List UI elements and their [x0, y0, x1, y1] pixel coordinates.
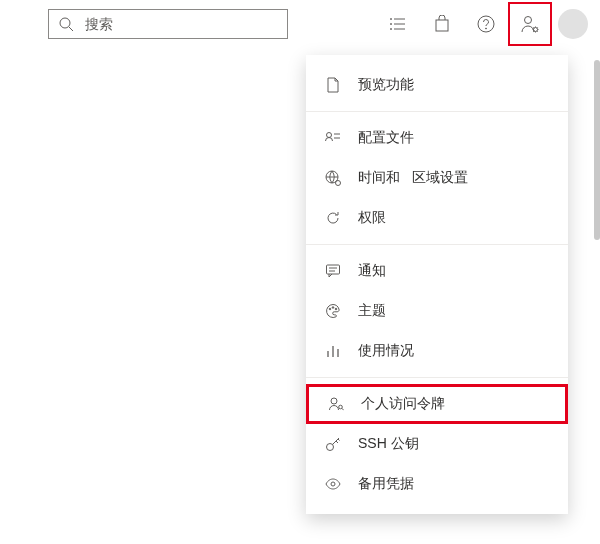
- svg-point-30: [331, 482, 335, 486]
- scrollbar[interactable]: [594, 60, 600, 240]
- menu-label: 个人访问令牌: [361, 395, 445, 413]
- palette-icon: [324, 302, 342, 320]
- shopping-bag-icon: [433, 15, 451, 33]
- menu-item-theme[interactable]: 主题: [306, 291, 568, 331]
- help-icon: [477, 15, 495, 33]
- menu-item-notifications[interactable]: 通知: [306, 251, 568, 291]
- menu-label: 主题: [358, 302, 386, 320]
- user-settings-button[interactable]: [508, 2, 552, 46]
- menu-separator: [306, 111, 568, 112]
- menu-item-time-locale[interactable]: 时间和 区域设置: [306, 158, 568, 198]
- svg-rect-18: [327, 265, 340, 274]
- menu-separator: [306, 377, 568, 378]
- svg-point-6: [391, 24, 392, 25]
- menu-item-usage[interactable]: 使用情况: [306, 331, 568, 371]
- menu-item-ssh-keys[interactable]: SSH 公钥: [306, 424, 568, 464]
- key-icon: [324, 435, 342, 453]
- svg-point-11: [525, 17, 532, 24]
- profile-card-icon: [324, 129, 342, 147]
- list-icon: [389, 15, 407, 33]
- svg-point-23: [335, 308, 337, 310]
- menu-item-alternate-credentials[interactable]: 备用凭据: [306, 464, 568, 504]
- search-input[interactable]: [83, 15, 279, 33]
- svg-point-10: [486, 28, 487, 29]
- bar-chart-icon: [324, 342, 342, 360]
- document-icon: [324, 76, 342, 94]
- svg-rect-8: [436, 20, 448, 31]
- top-bar: [0, 0, 600, 48]
- svg-point-0: [60, 18, 70, 28]
- globe-icon: [324, 169, 342, 187]
- refresh-icon: [324, 209, 342, 227]
- svg-line-1: [69, 27, 73, 31]
- help-icon-button[interactable]: [464, 2, 508, 46]
- marketplace-icon-button[interactable]: [420, 2, 464, 46]
- svg-point-29: [327, 444, 334, 451]
- user-gear-icon: [520, 14, 540, 34]
- menu-label: 备用凭据: [358, 475, 414, 493]
- menu-separator: [306, 244, 568, 245]
- svg-point-13: [327, 133, 332, 138]
- eye-icon: [324, 475, 342, 493]
- chat-icon: [324, 262, 342, 280]
- menu-label: 预览功能: [358, 76, 414, 94]
- menu-label: 配置文件: [358, 129, 414, 147]
- menu-item-personal-access-tokens[interactable]: 个人访问令牌: [306, 384, 568, 424]
- menu-label: 权限: [358, 209, 386, 227]
- menu-item-profile[interactable]: 配置文件: [306, 118, 568, 158]
- svg-point-5: [391, 19, 392, 20]
- menu-label: 使用情况: [358, 342, 414, 360]
- svg-point-17: [336, 181, 341, 186]
- menu-item-preview-features[interactable]: 预览功能: [306, 65, 568, 105]
- menu-label: 通知: [358, 262, 386, 280]
- user-settings-menu: 预览功能 配置文件 时间和 区域设置 权限: [306, 55, 568, 514]
- menu-item-permissions[interactable]: 权限: [306, 198, 568, 238]
- user-key-icon: [327, 395, 345, 413]
- menu-label: 时间和 区域设置: [358, 169, 468, 187]
- avatar[interactable]: [558, 9, 588, 39]
- top-icons: [376, 2, 592, 46]
- menu-label: SSH 公钥: [358, 435, 419, 453]
- svg-point-22: [332, 307, 334, 309]
- search-box[interactable]: [48, 9, 288, 39]
- search-icon: [57, 15, 75, 33]
- svg-point-27: [331, 398, 337, 404]
- svg-point-21: [329, 308, 331, 310]
- list-icon-button[interactable]: [376, 2, 420, 46]
- svg-point-7: [391, 29, 392, 30]
- svg-point-9: [478, 16, 494, 32]
